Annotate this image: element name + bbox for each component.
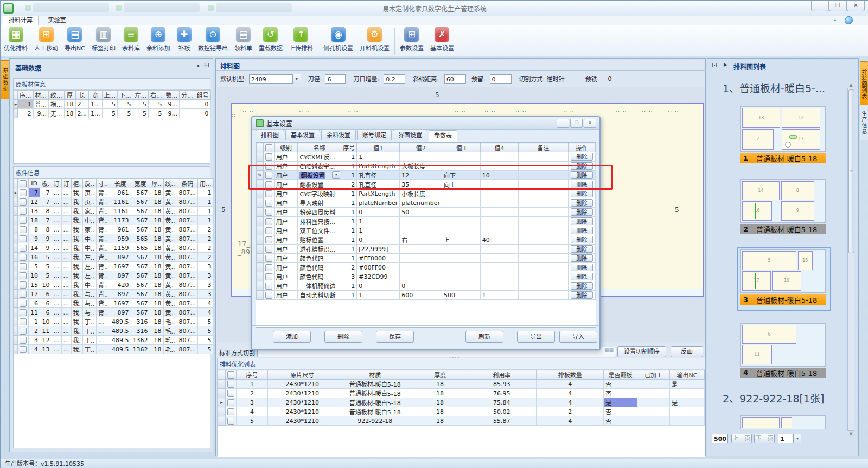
table-row[interactable]: 149......我.中..背..115956518黄..807...2 xyxy=(14,243,214,253)
reserve-input[interactable]: 0 xyxy=(490,74,512,84)
expand-icon[interactable]: ▶ xyxy=(724,62,727,67)
tool-side-drill-setup[interactable]: ◉侧孔机设置 xyxy=(320,27,356,53)
checkbox[interactable] xyxy=(20,235,27,242)
table-row[interactable]: 29...无...182...1...55559...0 xyxy=(14,109,211,118)
table-row[interactable]: 110......我.丁.....489.531618毛..807...5 xyxy=(14,317,214,326)
tool-pick-list[interactable]: ▤领料单 xyxy=(231,27,256,53)
column-header[interactable]: 组号 xyxy=(195,91,210,100)
checkbox[interactable] xyxy=(20,291,27,298)
dialog-export-button[interactable]: 导出 xyxy=(517,331,555,343)
column-header[interactable]: 上... xyxy=(102,91,118,100)
select-all-checkbox[interactable] xyxy=(263,143,274,152)
table-row[interactable]: 88......我.家..背..96156718黄..807...2 xyxy=(14,225,214,234)
table-row[interactable]: ▸1普...横...182...1...55559...0 xyxy=(14,100,211,109)
checkbox[interactable] xyxy=(227,418,234,425)
delete-button[interactable]: 删除 xyxy=(571,254,593,262)
column-header[interactable]: ID xyxy=(29,179,40,188)
column-header[interactable] xyxy=(257,143,264,152)
layout-thumbnail[interactable]: 5151710 xyxy=(740,249,826,293)
column-header[interactable]: 分... xyxy=(180,91,195,100)
column-header[interactable]: 订 xyxy=(61,179,71,188)
delete-button[interactable]: 删除 xyxy=(571,273,593,280)
tool-leftover-lib[interactable]: ≡余料库 xyxy=(119,27,143,53)
kerf-input[interactable]: 0.2 xyxy=(384,74,405,84)
column-header[interactable]: 厚.. xyxy=(150,179,163,188)
flip-side-button[interactable]: 反面 xyxy=(671,346,703,357)
checkbox[interactable] xyxy=(20,346,27,353)
checkbox[interactable] xyxy=(227,390,234,397)
page-number-select[interactable]: 1 xyxy=(778,434,793,443)
collapse-ribbon-icon[interactable]: ▴ xyxy=(834,17,837,22)
table-row[interactable]: 1510......我.中..背..42056718黄..807...3 xyxy=(14,280,214,290)
checkbox[interactable] xyxy=(20,189,27,196)
tool-patch-board[interactable]: ✚补板 xyxy=(174,27,195,53)
column-header[interactable]: 条码 xyxy=(177,179,198,188)
table-row[interactable]: 52430*1210922-922-181855.874否 xyxy=(218,416,705,426)
delete-button[interactable]: 删除 xyxy=(571,282,593,290)
tool-manual-move[interactable]: ⊞人工移动 xyxy=(31,27,61,53)
table-row[interactable]: 312......我.丁.....489.5136218毛..807...5 xyxy=(14,336,214,345)
dialog-tab-2[interactable]: 余料设置 xyxy=(321,130,356,140)
checkbox[interactable] xyxy=(227,371,234,379)
column-header[interactable]: 右... xyxy=(149,91,164,100)
column-header[interactable]: 名称 xyxy=(298,143,341,152)
column-header[interactable]: 长度 xyxy=(110,179,131,188)
column-header[interactable]: 是否翻板 xyxy=(604,370,637,380)
checkbox[interactable] xyxy=(20,254,27,261)
restore-button[interactable]: ❐ xyxy=(829,1,847,11)
column-header[interactable]: 长 xyxy=(75,91,89,100)
table-row[interactable]: 用户贴标位置10右上40删除 xyxy=(257,235,596,245)
table-row[interactable]: 66......我.与..背..169756718黄..807...4 xyxy=(14,299,214,308)
column-header[interactable]: 序号 xyxy=(341,143,357,152)
checkbox[interactable] xyxy=(265,283,272,290)
delete-button[interactable]: 删除 xyxy=(571,227,593,234)
table-row[interactable]: 138......我.家..背..116156718黄..807...1 xyxy=(14,207,214,216)
layout-thumbnail[interactable]: 1812713 xyxy=(740,106,826,152)
scroll-up-icon[interactable]: ▲ xyxy=(847,82,854,87)
prev-page-button[interactable]: 上一页 xyxy=(731,434,752,443)
machine-select[interactable]: 2409 xyxy=(249,74,292,84)
column-header[interactable]: 原片尺寸 xyxy=(267,370,337,380)
checkbox[interactable] xyxy=(265,153,272,161)
sidebar-vtab-base-data[interactable]: 基础数据 xyxy=(1,60,10,99)
column-header[interactable] xyxy=(14,91,18,100)
table-row[interactable]: 22430*1210普通板材-暖白5-181876.954否 xyxy=(218,389,705,398)
dialog-tab-0[interactable]: 排料图 xyxy=(256,130,284,140)
delete-button[interactable]: 删除 xyxy=(571,199,593,207)
dialog-tab-3[interactable]: 账号绑定 xyxy=(357,130,392,140)
checkbox[interactable] xyxy=(20,337,27,344)
table-row[interactable]: 187......我.中..背..117356718黄..807...1 xyxy=(14,216,214,225)
thumb-caption[interactable]: 3普通板材-暖白5-18 xyxy=(740,294,826,305)
column-header[interactable]: 厚度 xyxy=(413,370,467,380)
column-header[interactable]: 值4 xyxy=(480,143,519,152)
table-row[interactable]: 12430*1210普通板材-暖白5-181885.934否是 xyxy=(218,380,705,389)
knife-input[interactable]: 6 xyxy=(325,74,346,84)
dialog-refresh-button[interactable]: 刷新 xyxy=(465,331,503,343)
checkbox[interactable] xyxy=(20,208,27,215)
checkbox[interactable] xyxy=(265,246,272,253)
column-header[interactable]: 排板数量 xyxy=(537,370,604,380)
table-row[interactable]: 127......我.页..背..116156718黄..807...1 xyxy=(14,197,214,207)
column-header[interactable]: 板. xyxy=(40,179,52,188)
column-header[interactable]: 操作 xyxy=(568,143,595,152)
column-header[interactable]: 材... xyxy=(33,91,49,100)
dock-left-icon[interactable]: ⊡ xyxy=(712,61,717,69)
checkbox[interactable] xyxy=(20,245,27,252)
thumb-caption[interactable]: 4普通板材-暖白5-18 xyxy=(740,368,826,378)
column-header[interactable]: 序号 xyxy=(236,370,267,380)
layout-thumbnail[interactable]: 148169 xyxy=(740,179,826,223)
delete-button[interactable]: 删除 xyxy=(571,236,593,243)
checkbox[interactable] xyxy=(265,273,272,280)
table-row[interactable]: 用户颜色代码1#FF0000删除 xyxy=(257,254,596,263)
set-cut-order-button[interactable]: 设置切割顺序 xyxy=(617,346,666,357)
machine-select-arrow-icon[interactable]: ▾ xyxy=(292,74,301,84)
delete-button[interactable]: 删除 xyxy=(571,153,593,161)
tool-basic-setup[interactable]: ✗基本设置 xyxy=(427,27,457,53)
checkbox[interactable] xyxy=(265,264,272,271)
dialog-close-button[interactable]: ✕ xyxy=(584,119,596,128)
delete-button[interactable]: 删除 xyxy=(571,190,593,197)
pin-panel-icon[interactable]: ⊡ xyxy=(204,61,209,69)
checkbox[interactable] xyxy=(265,200,272,207)
column-header[interactable]: 级别 xyxy=(274,143,298,152)
tool-cutter-setup[interactable]: ⚙开料机设置 xyxy=(356,27,393,53)
